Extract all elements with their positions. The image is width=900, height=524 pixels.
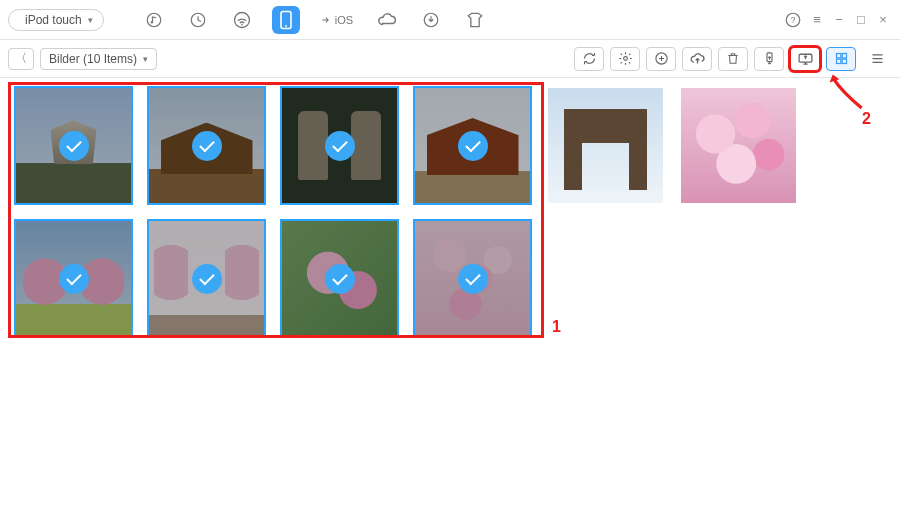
music-icon[interactable] — [140, 6, 168, 34]
top-toolbar: iPod touch ▾ iOS ? — [0, 0, 900, 40]
chevron-down-icon: ▾ — [88, 15, 93, 25]
add-button[interactable] — [646, 47, 676, 71]
svg-point-0 — [147, 13, 161, 27]
category-icons: iOS — [140, 6, 489, 34]
settings-button[interactable] — [610, 47, 640, 71]
photo-thumbnail — [681, 88, 796, 203]
selected-check-icon — [59, 264, 89, 294]
svg-rect-16 — [836, 59, 840, 63]
annotation-step2-label: 2 — [862, 110, 871, 128]
window-controls: ? ≡ − □ × — [782, 9, 892, 31]
photo-torii-gate[interactable] — [548, 88, 663, 203]
menu-button[interactable]: ≡ — [808, 11, 826, 29]
svg-point-6 — [285, 25, 287, 27]
skin-icon[interactable] — [461, 6, 489, 34]
cloud-icon[interactable] — [373, 6, 401, 34]
photo-blossom-close[interactable] — [681, 88, 796, 203]
history-icon[interactable] — [184, 6, 212, 34]
maximize-button[interactable]: □ — [852, 11, 870, 29]
annotation-arrow-icon — [828, 72, 868, 112]
chevron-down-icon: ▾ — [143, 54, 148, 64]
help-icon[interactable]: ? — [782, 9, 804, 31]
svg-rect-17 — [842, 59, 846, 63]
selected-check-icon — [458, 264, 488, 294]
cloud-upload-button[interactable] — [682, 47, 712, 71]
folder-label: Bilder (10 Items) — [49, 52, 137, 66]
svg-rect-14 — [836, 54, 840, 58]
send-to-pc-button[interactable] — [790, 47, 820, 71]
list-view-button[interactable] — [862, 47, 892, 71]
svg-point-10 — [623, 57, 627, 61]
photo-temple-wide[interactable] — [149, 88, 264, 203]
download-icon[interactable] — [417, 6, 445, 34]
close-button[interactable]: × — [874, 11, 892, 29]
refresh-button[interactable] — [574, 47, 604, 71]
device-icon[interactable] — [272, 6, 300, 34]
device-dropdown[interactable]: iPod touch ▾ — [8, 9, 104, 31]
navigation-bar: 〈 Bilder (10 Items) ▾ — [0, 40, 900, 78]
ios-label: iOS — [335, 14, 353, 26]
send-to-device-button[interactable] — [754, 47, 784, 71]
delete-button[interactable] — [718, 47, 748, 71]
photo-thumbnail — [548, 88, 663, 203]
svg-point-4 — [241, 23, 243, 25]
device-name: iPod touch — [25, 13, 82, 27]
action-buttons — [574, 47, 892, 71]
selected-check-icon — [192, 131, 222, 161]
selected-check-icon — [192, 264, 222, 294]
selected-check-icon — [59, 131, 89, 161]
to-ios-icon[interactable]: iOS — [316, 6, 357, 34]
selected-check-icon — [458, 131, 488, 161]
photo-flower-field[interactable] — [415, 221, 530, 336]
selected-check-icon — [325, 264, 355, 294]
folder-dropdown[interactable]: Bilder (10 Items) ▾ — [40, 48, 157, 70]
photo-grid — [16, 88, 884, 336]
svg-text:?: ? — [791, 16, 796, 25]
back-button[interactable]: 〈 — [8, 48, 34, 70]
wifi-icon[interactable] — [228, 6, 256, 34]
svg-point-1 — [150, 21, 152, 23]
annotation-step1-label: 1 — [552, 318, 561, 336]
photo-temple-red[interactable] — [415, 88, 530, 203]
photo-flower-macro[interactable] — [282, 221, 397, 336]
grid-view-button[interactable] — [826, 47, 856, 71]
photo-stone-lanterns[interactable] — [282, 88, 397, 203]
selected-check-icon — [325, 131, 355, 161]
photo-orchard[interactable] — [16, 221, 131, 336]
svg-rect-15 — [842, 54, 846, 58]
photo-castle[interactable] — [16, 88, 131, 203]
content-area: 1 2 — [0, 78, 900, 346]
minimize-button[interactable]: − — [830, 11, 848, 29]
photo-blossom-path[interactable] — [149, 221, 264, 336]
